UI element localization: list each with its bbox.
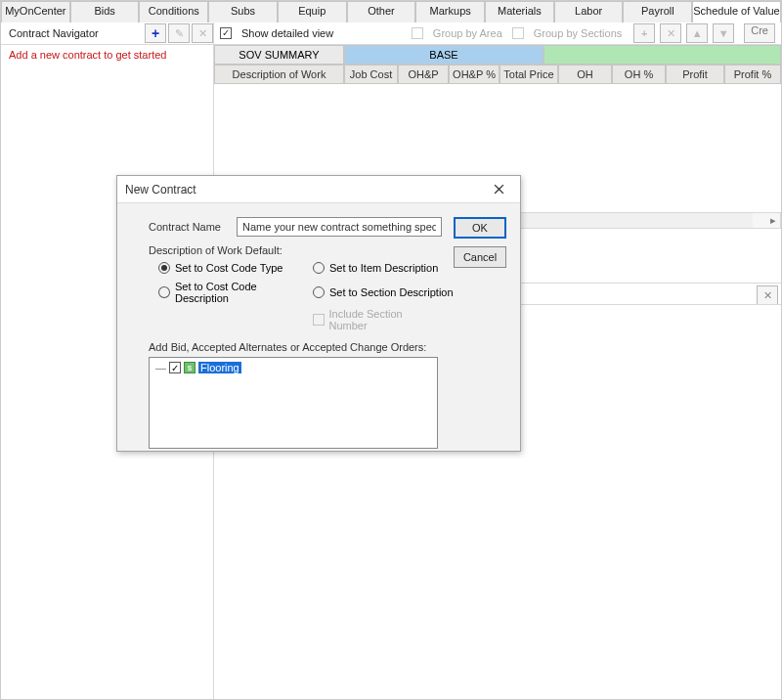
x-icon: ✕	[667, 27, 675, 40]
show-detailed-label: Show detailed view	[241, 27, 333, 39]
dialog-body: OK Cancel Contract Name Description of W…	[117, 203, 520, 459]
tab-other[interactable]: Other	[347, 1, 416, 22]
col-ohp-pct[interactable]: OH&P %	[449, 65, 500, 84]
tab-conditions[interactable]: Conditions	[139, 1, 208, 22]
tb-delete-button[interactable]: ✕	[660, 23, 681, 43]
tab-markups[interactable]: Markups	[415, 1, 485, 22]
gh-extras	[543, 45, 781, 65]
include-section-checkbox	[313, 314, 325, 326]
tab-schedule-of-values[interactable]: Schedule of Values	[692, 1, 781, 22]
close-detail-button[interactable]: ✕	[757, 285, 778, 305]
radio-label: Set to Section Description	[329, 286, 454, 298]
contract-name-input[interactable]	[237, 217, 442, 237]
bid-icon	[184, 362, 196, 373]
bid-tree[interactable]: — Flooring	[149, 357, 438, 449]
add-bid-label: Add Bid, Accepted Alternates or Accepted…	[149, 341, 506, 353]
tree-item-label: Flooring	[198, 362, 241, 373]
radio-icon	[313, 286, 325, 298]
create-button[interactable]: Cre	[744, 23, 775, 43]
group-headings: SOV SUMMARY BASE	[214, 45, 781, 65]
group-area-label: Group by Area	[433, 27, 502, 39]
col-jobcost[interactable]: Job Cost	[344, 65, 398, 84]
radio-icon	[313, 262, 325, 274]
tb-up-button[interactable]: ▲	[686, 23, 708, 43]
col-desc[interactable]: Description of Work	[214, 65, 344, 84]
new-contract-dialog: New Contract OK Cancel Contract Name Des…	[116, 175, 521, 452]
radio-section-desc[interactable]: Set to Section Description	[313, 281, 459, 304]
col-oh[interactable]: OH	[558, 65, 612, 84]
ok-button[interactable]: OK	[454, 217, 506, 239]
navigator-header: Contract Navigator + ✎ ✕	[1, 22, 214, 44]
col-total[interactable]: Total Price	[500, 65, 558, 84]
desc-default-group: Description of Work Default: Set to Cost…	[149, 244, 438, 331]
tree-connector-icon: —	[155, 362, 166, 373]
radio-cost-code-desc[interactable]: Set to Cost Code Description	[158, 281, 313, 304]
dialog-buttons: OK Cancel	[454, 217, 506, 268]
navigator-hint: Add a new contract to get started	[9, 49, 205, 61]
show-detailed-checkbox[interactable]	[220, 27, 232, 39]
triangle-up-icon: ▲	[692, 27, 703, 39]
radio-label: Set to Cost Code Description	[175, 281, 313, 304]
col-ohp[interactable]: OH&P	[398, 65, 449, 84]
gh-base: BASE	[344, 45, 543, 65]
tab-materials[interactable]: Materials	[485, 1, 554, 22]
tab-payroll[interactable]: Payroll	[623, 1, 692, 22]
pencil-icon: ✎	[175, 27, 184, 40]
radio-label: Set to Item Description	[329, 262, 438, 274]
add-contract-button[interactable]: +	[145, 23, 166, 43]
plus-icon: +	[152, 25, 159, 41]
radio-cost-code-type[interactable]: Set to Cost Code Type	[158, 262, 313, 274]
plus-icon: +	[641, 27, 647, 39]
col-oh-pct[interactable]: OH %	[612, 65, 666, 84]
desc-group-label: Description of Work Default:	[149, 244, 438, 256]
tb-down-button[interactable]: ▼	[713, 23, 734, 43]
triangle-down-icon: ▼	[718, 27, 729, 39]
include-section-label: Include Section Number	[329, 308, 439, 331]
tab-equip[interactable]: Equip	[278, 1, 347, 22]
tb-plus-button[interactable]: +	[633, 23, 655, 43]
dialog-title: New Contract	[125, 183, 485, 197]
delete-contract-button[interactable]: ✕	[192, 23, 213, 43]
tab-labor[interactable]: Labor	[554, 1, 624, 22]
radio-label: Set to Cost Code Type	[175, 262, 282, 274]
radio-icon	[158, 262, 170, 274]
tab-myoncenter[interactable]: MyOnCenter	[1, 1, 70, 22]
include-section-row: Include Section Number	[313, 308, 438, 331]
tab-subs[interactable]: Subs	[208, 1, 278, 22]
cancel-button[interactable]: Cancel	[454, 246, 506, 268]
right-toolbar: Show detailed view Group by Area Group b…	[214, 22, 781, 44]
col-profit[interactable]: Profit	[666, 65, 724, 84]
tree-checkbox[interactable]	[169, 362, 181, 373]
x-icon: ✕	[198, 27, 207, 40]
tab-bids[interactable]: Bids	[70, 1, 140, 22]
col-profit-pct[interactable]: Profit %	[724, 65, 781, 84]
group-area-checkbox[interactable]	[412, 27, 423, 39]
contract-name-label: Contract Name	[149, 221, 229, 233]
tree-item-flooring[interactable]: — Flooring	[155, 362, 431, 373]
radio-item-desc[interactable]: Set to Item Description	[313, 262, 459, 274]
scroll-right-icon[interactable]: ▸	[766, 214, 780, 227]
group-sections-checkbox[interactable]	[512, 27, 524, 39]
radio-icon	[158, 286, 170, 298]
dialog-titlebar[interactable]: New Contract	[117, 176, 520, 203]
navigator-title: Contract Navigator	[9, 27, 143, 39]
dialog-close-button[interactable]	[485, 179, 512, 200]
group-sections-label: Group by Sections	[534, 27, 623, 39]
main-tabs: MyOnCenterBidsConditionsSubsEquipOtherMa…	[1, 1, 781, 22]
toolbar-row: Contract Navigator + ✎ ✕ Show detailed v…	[1, 22, 781, 45]
gh-sov: SOV SUMMARY	[214, 45, 344, 65]
column-headings: Description of Work Job Cost OH&P OH&P %…	[214, 65, 781, 84]
edit-contract-button[interactable]: ✎	[168, 23, 190, 43]
close-icon	[494, 184, 504, 195]
